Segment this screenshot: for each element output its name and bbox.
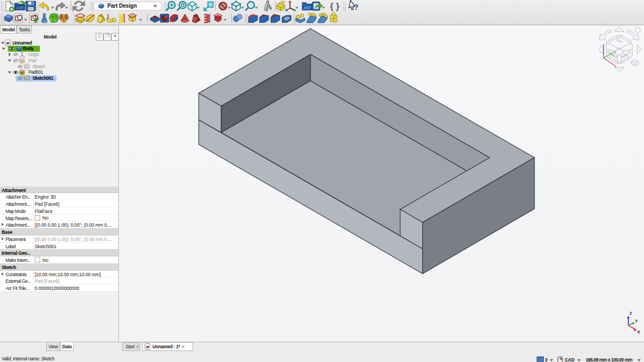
svg-text:Z: Z	[630, 311, 632, 315]
svg-text:TOP: TOP	[614, 38, 624, 43]
svg-text:X: X	[637, 330, 640, 334]
svg-text:Y: Y	[635, 319, 638, 323]
svg-text:{ }: { }	[330, 1, 340, 11]
svg-text:?: ?	[354, 3, 358, 12]
